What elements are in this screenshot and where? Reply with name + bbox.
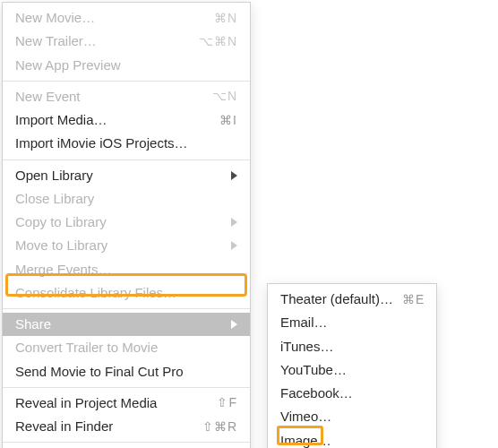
menu-label: New Movie… [15, 9, 205, 27]
menu-label: iTunes… [280, 338, 424, 356]
menu-item-reveal-finder[interactable]: Reveal in Finder ⇧⌘R [3, 415, 250, 438]
menu-item-reveal-project[interactable]: Reveal in Project Media ⇧F [3, 392, 250, 415]
chevron-right-icon [231, 171, 237, 180]
menu-label: Merge Events… [15, 261, 237, 279]
chevron-right-icon [231, 241, 237, 250]
menu-item-convert-trailer: Convert Trailer to Movie [3, 336, 250, 359]
menu-item-open-library[interactable]: Open Library [3, 164, 250, 187]
menu-label: Theater (default)… [280, 290, 393, 308]
menu-label: Copy to Library [15, 213, 224, 231]
submenu-item-image[interactable]: Image… [268, 429, 436, 449]
menu-label: Consolidate Library Files… [15, 284, 237, 302]
menu-item-send-fcp[interactable]: Send Movie to Final Cut Pro [3, 360, 250, 383]
file-menu: New Movie… ⌘N New Trailer… ⌥⌘N New App P… [2, 2, 251, 448]
submenu-item-youtube[interactable]: YouTube… [268, 358, 436, 382]
menu-item-merge-events: Merge Events… [3, 258, 250, 281]
menu-label: Share [15, 315, 224, 333]
menu-item-new-movie: New Movie… ⌘N [3, 6, 250, 30]
menu-label: Reveal in Project Media [15, 394, 208, 412]
menu-item-move-to-library: Move to Library [3, 234, 250, 257]
menu-item-import-media[interactable]: Import Media… ⌘I [3, 108, 250, 132]
menu-label: New Event [15, 88, 203, 106]
menu-item-share[interactable]: Share [3, 313, 250, 336]
menu-label: Import Media… [15, 111, 210, 129]
menu-label: New Trailer… [15, 32, 190, 50]
separator [3, 308, 250, 309]
menu-item-new-event: New Event ⌥N [3, 85, 250, 108]
menu-item-new-trailer: New Trailer… ⌥⌘N [3, 30, 250, 53]
share-submenu: Theater (default)… ⌘E Email… iTunes… You… [267, 283, 437, 448]
menu-label: Vimeo… [280, 408, 424, 426]
shortcut: ⌥N [203, 88, 237, 105]
chevron-right-icon [231, 218, 237, 227]
menu-label: Convert Trailer to Movie [15, 339, 237, 357]
submenu-item-itunes[interactable]: iTunes… [268, 335, 436, 358]
chevron-right-icon [231, 320, 237, 329]
menu-item-consolidate: Consolidate Library Files… [3, 281, 250, 305]
menu-label: Reveal in Finder [15, 418, 193, 435]
menu-label: Facebook… [280, 384, 424, 402]
separator [3, 442, 250, 443]
menu-label: YouTube… [280, 361, 424, 379]
shortcut: ⌘N [205, 10, 237, 27]
menu-label: New App Preview [15, 56, 237, 74]
submenu-item-email[interactable]: Email… [268, 311, 436, 334]
menu-item-copy-to-library: Copy to Library [3, 211, 250, 234]
separator [3, 81, 250, 82]
menu-item-import-imovie-ios[interactable]: Import iMovie iOS Projects… [3, 132, 250, 155]
separator [3, 387, 250, 388]
shortcut: ⌥⌘N [190, 33, 237, 50]
submenu-item-facebook[interactable]: Facebook… [268, 382, 436, 405]
shortcut: ⌘E [393, 291, 425, 308]
menu-label: Move to Library [15, 237, 224, 254]
menu-label: Import iMovie iOS Projects… [15, 134, 237, 152]
separator [3, 159, 250, 160]
shortcut: ⌘I [210, 112, 237, 129]
menu-label: Send Movie to Final Cut Pro [15, 363, 237, 381]
menu-item-close-library: Close Library [3, 187, 250, 211]
submenu-item-theater[interactable]: Theater (default)… ⌘E [268, 288, 436, 311]
shortcut: ⇧F [208, 394, 237, 411]
submenu-item-vimeo[interactable]: Vimeo… [268, 405, 436, 428]
menu-label: Email… [280, 314, 424, 332]
menu-label: Image… [280, 432, 424, 449]
menu-label: Close Library [15, 190, 237, 208]
menu-item-new-app-preview: New App Preview [3, 54, 250, 77]
menu-label: Open Library [15, 167, 224, 185]
shortcut: ⇧⌘R [193, 418, 237, 435]
